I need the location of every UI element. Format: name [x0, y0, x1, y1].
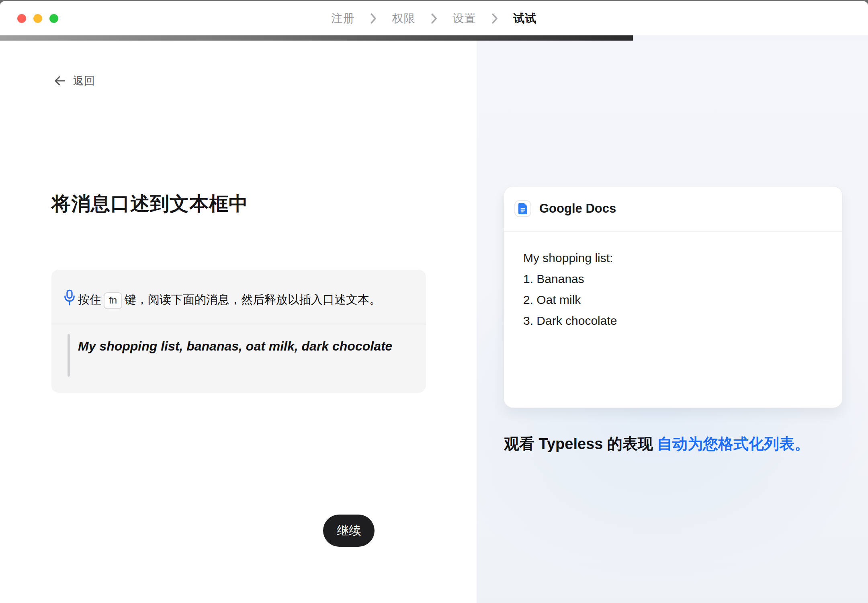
chevron-right-icon [431, 13, 438, 24]
dictation-instruction-card: 按住fn键，阅读下面的消息，然后释放以插入口述文本。 My shopping l… [51, 270, 426, 393]
zoom-button[interactable] [49, 14, 58, 23]
google-docs-badge [514, 200, 531, 217]
quote-bar [68, 334, 70, 377]
breadcrumb: 注册 权限 设置 试试 [332, 1, 537, 35]
back-button[interactable]: 返回 [51, 72, 96, 90]
doc-line: My shopping list: [523, 248, 823, 269]
main-content: 返回 将消息口述到文本框中 按住fn键，阅读下面的消息，然后释放以插入口述文本。… [0, 41, 868, 603]
demo-caption: 观看 Typeless 的表现自动为您格式化列表。 [504, 434, 810, 454]
continue-button[interactable]: 继续 [323, 515, 375, 547]
doc-line: 2. Oat milk [523, 289, 823, 310]
progress-fill [0, 35, 633, 41]
microphone-icon [63, 289, 76, 307]
instruction-suffix: 键，阅读下面的消息，然后释放以插入口述文本。 [125, 293, 381, 306]
breadcrumb-step-signup: 注册 [332, 11, 355, 26]
app-window: 注册 权限 设置 试试 返回 将 [0, 1, 868, 603]
doc-line: 1. Bananas [523, 269, 823, 289]
breadcrumb-step-settings: 设置 [453, 11, 476, 26]
dictation-message: My shopping list, bananas, oat milk, dar… [78, 336, 404, 357]
back-arrow-icon [53, 74, 67, 88]
titlebar: 注册 权限 设置 试试 [0, 1, 868, 35]
minimize-button[interactable] [33, 14, 42, 23]
breadcrumb-step-try: 试试 [514, 11, 537, 26]
close-button[interactable] [17, 14, 26, 23]
right-panel: Google Docs My shopping list: 1. Bananas… [477, 41, 868, 603]
google-docs-title: Google Docs [539, 201, 616, 216]
instruction-text: 按住fn键，阅读下面的消息，然后释放以插入口述文本。 [78, 289, 420, 310]
page-title: 将消息口述到文本框中 [51, 191, 248, 217]
doc-line: 3. Dark chocolate [523, 310, 823, 331]
chevron-right-icon [491, 13, 498, 24]
google-docs-card-header: Google Docs [504, 187, 842, 232]
google-docs-card: Google Docs My shopping list: 1. Bananas… [504, 186, 843, 408]
progress-bar [0, 35, 868, 41]
back-label: 返回 [73, 74, 95, 88]
caption-text: 观看 Typeless 的表现 [504, 435, 653, 452]
document-content: My shopping list: 1. Bananas 2. Oat milk… [523, 248, 823, 331]
chevron-right-icon [370, 13, 377, 24]
caption-link[interactable]: 自动为您格式化列表。 [657, 435, 810, 452]
fn-keycap: fn [104, 292, 122, 309]
google-docs-icon [518, 203, 527, 214]
traffic-lights [17, 14, 58, 23]
instruction-prefix: 按住 [78, 293, 101, 306]
left-panel: 返回 将消息口述到文本框中 按住fn键，阅读下面的消息，然后释放以插入口述文本。… [0, 41, 477, 603]
divider [51, 324, 426, 324]
breadcrumb-step-permissions: 权限 [392, 11, 416, 26]
